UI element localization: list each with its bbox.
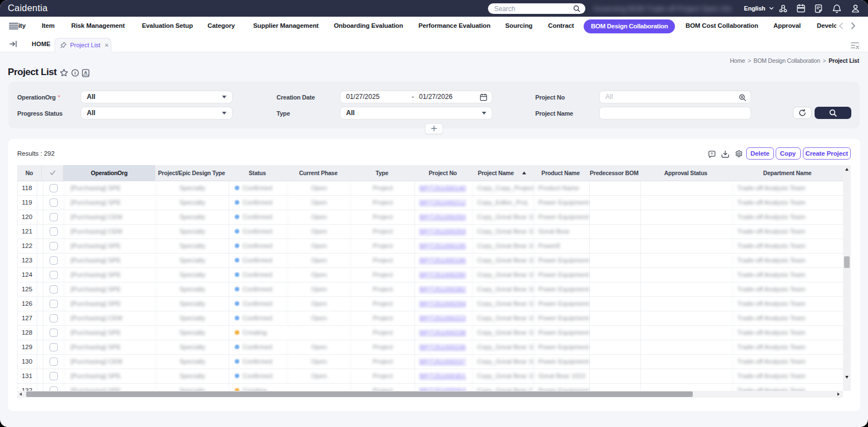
svg-text:A: A <box>84 70 87 75</box>
